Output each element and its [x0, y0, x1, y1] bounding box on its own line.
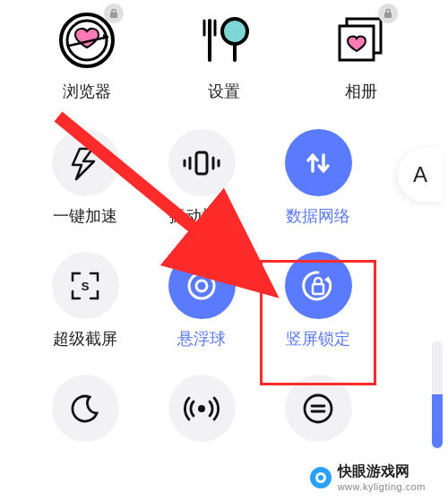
- app-settings[interactable]: 设置: [175, 9, 273, 102]
- settings-cutlery-icon: [193, 9, 255, 72]
- watermark-brand: 快眼游戏网: [338, 463, 409, 479]
- portrait-lock-icon: [285, 252, 352, 319]
- toggle-vibrate[interactable]: 振动模式: [143, 129, 260, 227]
- hotspot-icon: [168, 375, 236, 442]
- tile-label: 超级截屏: [53, 328, 117, 350]
- font-size-toggle[interactable]: A: [398, 148, 443, 202]
- screenshot-icon: S: [52, 252, 119, 319]
- svg-rect-4: [110, 13, 117, 18]
- toggle-night-mode[interactable]: [27, 375, 143, 442]
- tile-label: 振动模式: [169, 205, 234, 227]
- watermark-url: www.kyligting.com: [338, 481, 426, 492]
- toggle-float-ball[interactable]: 悬浮球: [143, 252, 260, 350]
- watermark-logo-icon: [309, 466, 332, 489]
- toggle-portrait-lock[interactable]: 竖屏锁定: [260, 252, 376, 350]
- svg-point-19: [189, 273, 214, 298]
- svg-point-24: [305, 395, 332, 422]
- moon-icon: [52, 375, 119, 442]
- font-toggle-label: A: [413, 162, 427, 187]
- svg-text:S: S: [82, 280, 90, 293]
- svg-point-20: [196, 281, 207, 291]
- toggle-more[interactable]: [260, 375, 376, 442]
- tile-label: 数据网络: [286, 205, 350, 227]
- toggle-data[interactable]: 数据网络: [260, 129, 376, 227]
- svg-rect-13: [196, 152, 207, 174]
- browser-heart-icon: [56, 9, 118, 72]
- svg-point-8: [222, 19, 247, 44]
- watermark: 快眼游戏网 www.kyligting.com: [309, 462, 426, 492]
- lock-badge-icon: [378, 4, 398, 23]
- toggle-hotspot[interactable]: [143, 375, 260, 442]
- data-icon: [285, 129, 352, 196]
- app-row: 浏览器 设置 相册: [0, 0, 448, 102]
- svg-marker-21: [324, 276, 329, 283]
- vibrate-icon: [168, 129, 236, 196]
- app-gallery[interactable]: 相册: [312, 9, 410, 102]
- app-label: 浏览器: [63, 81, 111, 102]
- gallery-heart-icon: [330, 9, 392, 72]
- svg-point-31: [318, 475, 323, 480]
- toggle-boost[interactable]: 一键加速: [27, 129, 143, 227]
- quick-toggle-grid: 一键加速 振动模式 数据网络 S 超级截屏 悬浮球 竖屏锁定: [0, 111, 394, 442]
- lock-badge-icon: [104, 4, 124, 23]
- svg-rect-22: [313, 284, 323, 294]
- boost-icon: [52, 129, 119, 196]
- svg-rect-12: [384, 13, 392, 18]
- app-label: 相册: [345, 81, 377, 102]
- toggle-screenshot[interactable]: S 超级截屏: [27, 252, 143, 350]
- tile-label: 一键加速: [53, 205, 117, 227]
- app-browser[interactable]: 浏览器: [38, 9, 136, 102]
- float-ball-icon: [168, 252, 236, 319]
- app-label: 设置: [208, 81, 240, 102]
- side-indicator[interactable]: [432, 341, 443, 448]
- svg-point-23: [198, 405, 205, 412]
- tile-label: 悬浮球: [177, 328, 226, 350]
- tile-label: 竖屏锁定: [286, 328, 350, 350]
- more-icon: [285, 375, 352, 442]
